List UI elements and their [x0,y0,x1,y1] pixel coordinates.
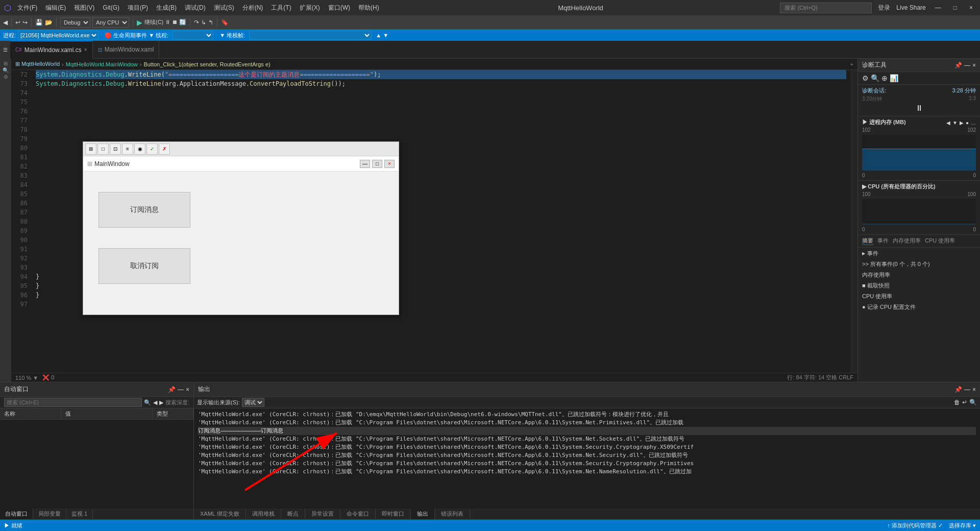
wpf-tb-3[interactable]: ⊡ [110,143,121,155]
search-box[interactable]: 搜索 (Ctrl+Q) [780,3,872,13]
menu-help[interactable]: 帮助(H) [356,4,381,12]
memory-rate-item[interactable]: ■ 截取快照 [858,281,980,291]
tab-breakpoints[interactable]: 断点 [281,509,305,519]
wpf-tb-4[interactable]: ≡ [122,143,133,155]
login-btn[interactable]: 登录 [878,4,890,12]
status-add-to-source[interactable]: ↑ 添加到代码管理器 ✓ [887,522,943,529]
menu-project[interactable]: 项目(P) [126,4,150,12]
cpu-rate-item[interactable]: ● 记录 CPU 配置文件 [858,302,980,312]
output-action-btns: 🗑 ↵ 🔍 [954,399,977,406]
output-minimize[interactable]: — [964,386,970,393]
status-select-repo[interactable]: 选择存库 ▾ [949,522,976,529]
menu-view[interactable]: 视图(V) [72,4,96,12]
output-close[interactable]: × [972,386,976,393]
panel-tab-auto[interactable]: 自动窗口 [0,509,33,519]
debug-config-select[interactable]: Debug [60,17,90,28]
diag-close-btn[interactable]: × [972,62,976,69]
output-source-select[interactable]: 调试 [242,398,264,407]
search-nav-next[interactable]: ▶ [159,399,163,406]
diag-tab-memory[interactable]: 内存使用率 [893,237,921,245]
menu-build[interactable]: 生成(B) [154,4,179,12]
menu-analyze[interactable]: 分析(N) [240,4,265,12]
toolbar-step-over[interactable]: ↷ [194,19,199,26]
diag-tab-events[interactable]: 事件 [877,237,889,245]
minimize-btn[interactable]: — [932,4,944,11]
auto-search-input[interactable] [4,398,142,407]
toolbar-back-btn[interactable]: ◀ [3,19,8,26]
toolbar-redo[interactable]: ↪ [22,19,28,26]
wpf-tb-7[interactable]: ✗ [159,143,170,155]
menu-extensions[interactable]: 扩展(X) [298,4,322,12]
diag-tab-summary[interactable]: 摘要 [862,237,873,245]
output-find-btn[interactable]: 🔍 [969,399,977,406]
close-btn[interactable]: × [966,4,976,11]
menu-edit[interactable]: 编辑(E) [43,4,68,12]
wpf-tb-1[interactable]: ⊞ [85,143,96,155]
tab-error-list[interactable]: 错误列表 [435,509,470,519]
memory-rate-header[interactable]: 内存使用率 [858,269,980,281]
cpu-rate-title: CPU 使用率 [862,293,892,300]
subscribe-btn[interactable]: 订阅消息 [99,192,190,228]
panel-tab-locals[interactable]: 局部变量 [33,509,66,519]
maximize-btn[interactable]: □ [950,4,960,11]
sidebar-toggle[interactable]: ☰ [0,41,10,59]
tab-mainwindow-xaml[interactable]: ⊡ MainWindow.xaml [93,41,160,59]
tab-xaml-bind[interactable]: XAML 绑定失败 [194,509,246,519]
diag-settings-icon[interactable]: ⚙ [862,74,869,82]
add-watch-btn[interactable]: + [850,61,853,67]
tab-mainwindow-xaml-cs[interactable]: C# MainWindow.xaml.cs × [10,41,93,59]
wpf-minimize[interactable]: — [360,160,370,168]
output-pin[interactable]: 📌 [954,386,962,393]
toolbar-open[interactable]: 📂 [45,19,53,26]
menu-git[interactable]: Git(G) [101,4,121,11]
wpf-tb-2[interactable]: □ [97,143,109,155]
cpu-select[interactable]: Any CPU [92,17,129,28]
tab-output[interactable]: 输出 [411,509,435,519]
output-line-5: 'MqttHelloWorld.exe' (CoreCLR: clrhost)：… [198,443,976,451]
toolbar-breakpoint[interactable]: 🔖 [221,19,229,26]
cpu-rate-header[interactable]: CPU 使用率 [858,291,980,302]
process-select[interactable]: [21056] MqttHelloWorld.exe [18,31,99,40]
stack-select[interactable] [249,31,372,40]
toolbar-save[interactable]: 💾 [35,19,43,26]
panel-tab-watch[interactable]: 监视 1 [66,509,93,519]
tab-cs-close[interactable]: × [84,47,87,53]
auto-window-pin[interactable]: 📌 [168,386,176,393]
thread-select[interactable] [173,31,213,40]
output-clear-btn[interactable]: 🗑 [954,399,960,406]
unsubscribe-btn[interactable]: 取消订阅 [99,248,190,284]
wpf-close[interactable]: × [384,160,395,168]
diag-zoom-icon[interactable]: ⊕ [881,74,888,82]
tab-callstack[interactable]: 调用堆栈 [246,509,281,519]
menu-tools[interactable]: 工具(T) [269,4,293,12]
live-share-btn[interactable]: Live Share [896,4,925,11]
wpf-tb-5[interactable]: ◉ [134,143,145,155]
diag-chart-icon[interactable]: 📊 [890,74,898,82]
diag-tab-cpu[interactable]: CPU 使用率 [925,237,955,245]
diag-minimize-btn[interactable]: — [964,62,970,69]
tab-exceptions[interactable]: 异常设置 [305,509,340,519]
events-expand-icon: ▶ [862,251,865,256]
output-wrap-btn[interactable]: ↵ [962,399,967,406]
diag-pin-btn[interactable]: 📌 [954,62,962,69]
wpf-maximize[interactable]: □ [372,160,382,168]
auto-window-minimize[interactable]: — [178,386,184,393]
events-section-header[interactable]: ▶ 事件 [858,248,980,259]
search-nav-prev[interactable]: ◀ [153,399,157,406]
diag-search-icon[interactable]: 🔍 [871,74,879,82]
auto-search-bar: 🔍 ◀ ▶ 搜索深度: [0,397,193,408]
auto-window-close[interactable]: × [186,386,189,393]
menu-test[interactable]: 测试(S) [212,4,236,12]
wpf-tb-6[interactable]: ✓ [146,143,158,155]
continue-btn[interactable]: ▶ [137,18,142,27]
toolbar-undo[interactable]: ↩ [15,19,20,26]
menu-file[interactable]: 文件(F) [15,4,39,12]
tab-command[interactable]: 命令窗口 [340,509,376,519]
menu-window[interactable]: 窗口(W) [326,4,352,12]
toolbar-step-out[interactable]: ↰ [208,19,213,26]
toolbar-step-in[interactable]: ↳ [201,19,206,26]
menu-debug[interactable]: 调试(D) [183,4,208,12]
tab-immediate[interactable]: 即时窗口 [376,509,411,519]
cpu-scale: 100 100 [862,191,976,197]
pause-btn[interactable]: ⏸ [915,104,923,113]
